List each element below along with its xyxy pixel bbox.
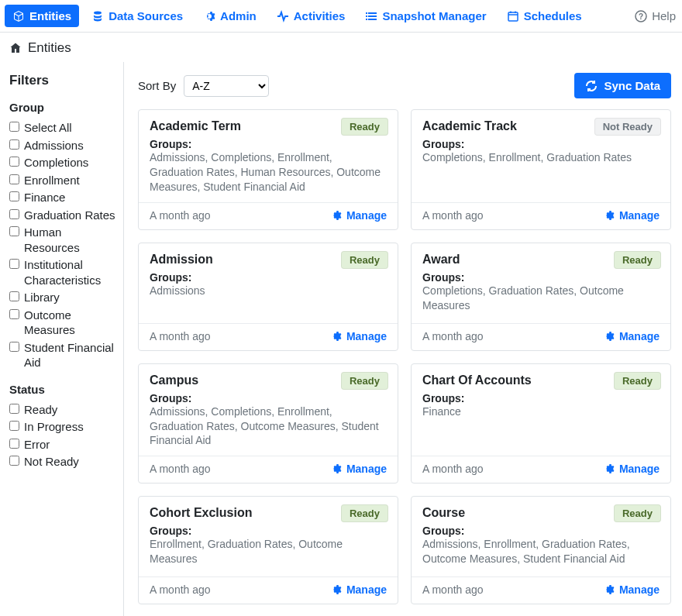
manage-button[interactable]: Manage — [602, 209, 660, 222]
entity-card: Chart Of AccountsReadyGroups:FinanceA mo… — [411, 363, 671, 484]
filter-status-label: In Progress — [24, 419, 115, 435]
filter-status-checkbox[interactable] — [9, 439, 19, 449]
entity-card: AwardReadyGroups:Completions, Graduation… — [411, 243, 671, 351]
filter-group-checkbox[interactable] — [9, 209, 19, 219]
filter-group-item[interactable]: Enrollment — [9, 173, 115, 188]
manage-button[interactable]: Manage — [329, 583, 387, 596]
groups-label: Groups: — [422, 525, 660, 537]
filter-group-checkbox[interactable] — [9, 309, 19, 319]
entity-timestamp: A month ago — [422, 463, 484, 475]
filter-group-item[interactable]: Institutional Characteristics — [9, 257, 115, 287]
sync-data-button[interactable]: Sync Data — [574, 73, 671, 98]
filter-group-checkbox[interactable] — [9, 259, 19, 269]
manage-button[interactable]: Manage — [602, 583, 660, 596]
filter-group-item[interactable]: Outcome Measures — [9, 308, 115, 338]
filter-group-checkbox[interactable] — [9, 122, 19, 132]
groups-label: Groups: — [150, 525, 387, 537]
refresh-icon — [585, 80, 598, 92]
filter-group-label: Finance — [24, 190, 115, 205]
sort-select[interactable]: A-Z — [184, 75, 269, 97]
filter-group-checkbox[interactable] — [9, 191, 19, 201]
status-badge: Ready — [341, 251, 388, 269]
nav-schedules[interactable]: Schedules — [499, 5, 590, 27]
home-icon — [9, 42, 22, 54]
help-link[interactable]: ? Help — [635, 9, 676, 22]
list-icon — [365, 10, 377, 22]
entity-timestamp: A month ago — [422, 330, 484, 342]
filter-status-item[interactable]: Ready — [9, 402, 115, 418]
manage-button[interactable]: Manage — [602, 330, 660, 342]
top-nav: EntitiesData SourcesAdminActivitiesSnaps… — [0, 0, 682, 33]
filter-group-checkbox[interactable] — [9, 342, 19, 352]
entity-timestamp: A month ago — [422, 583, 484, 596]
gear-icon — [203, 10, 215, 22]
nav-label: Schedules — [524, 9, 582, 22]
help-label: Help — [652, 9, 676, 22]
nav-activities[interactable]: Activities — [269, 5, 353, 27]
help-icon: ? — [635, 10, 647, 22]
nav-label: Activities — [294, 9, 346, 22]
entity-card: Cohort ExclusionReadyGroups:Enrollment, … — [138, 496, 398, 604]
manage-label: Manage — [346, 209, 387, 222]
gear-icon — [329, 583, 342, 596]
groups-text: Completions, Enrollment, Graduation Rate… — [422, 150, 660, 165]
filter-group-label: Human Resources — [24, 225, 115, 255]
status-badge: Ready — [341, 118, 388, 136]
status-badge: Ready — [341, 504, 388, 522]
filter-group-label: Library — [24, 290, 115, 305]
filter-group-item[interactable]: Admissions — [9, 138, 115, 153]
filter-group-checkbox[interactable] — [9, 174, 19, 184]
filter-group-item[interactable]: Student Financial Aid — [9, 340, 115, 370]
svg-rect-1 — [366, 12, 367, 14]
manage-label: Manage — [619, 209, 660, 222]
svg-point-0 — [94, 11, 102, 14]
groups-label: Groups: — [422, 138, 660, 150]
filter-status-checkbox[interactable] — [9, 421, 19, 431]
filter-group-checkbox[interactable] — [9, 139, 19, 150]
nav-entities[interactable]: Entities — [5, 5, 79, 27]
filter-group-item[interactable]: Library — [9, 290, 115, 305]
filter-status-item[interactable]: Error — [9, 437, 115, 453]
filter-status-checkbox[interactable] — [9, 404, 19, 414]
filter-group-item[interactable]: Select All — [9, 120, 115, 136]
filters-sidebar: Filters Group Select AllAdmissionsComple… — [0, 62, 124, 616]
manage-button[interactable]: Manage — [329, 209, 387, 222]
groups-label: Groups: — [150, 392, 387, 404]
filter-group-item[interactable]: Finance — [9, 190, 115, 205]
filter-group-checkbox[interactable] — [9, 157, 19, 167]
manage-button[interactable]: Manage — [329, 463, 387, 475]
filter-status-label: Error — [24, 437, 115, 453]
nav-snapshot-manager[interactable]: Snapshot Manager — [357, 5, 494, 27]
entity-timestamp: A month ago — [422, 209, 484, 222]
filter-group-item[interactable]: Graduation Rates — [9, 208, 115, 223]
entity-card: Academic TermReadyGroups:Admissions, Com… — [138, 109, 398, 230]
gear-icon — [602, 330, 615, 342]
filter-status-label: Not Ready — [24, 454, 115, 470]
nav-admin[interactable]: Admin — [195, 5, 264, 27]
groups-text: Admissions — [150, 284, 387, 298]
manage-button[interactable]: Manage — [329, 330, 387, 342]
filter-status-item[interactable]: In Progress — [9, 419, 115, 435]
filter-status-item[interactable]: Not Ready — [9, 454, 115, 470]
filter-group-label: Enrollment — [24, 173, 115, 188]
svg-rect-2 — [368, 12, 377, 14]
svg-rect-7 — [508, 12, 518, 21]
filter-group-checkbox[interactable] — [9, 291, 19, 301]
filter-group-checkbox[interactable] — [9, 226, 19, 236]
nav-label: Data Sources — [108, 9, 183, 22]
toolbar: Sort By A-Z Sync Data — [138, 73, 671, 98]
groups-label: Groups: — [150, 138, 387, 150]
status-badge: Not Ready — [594, 118, 661, 136]
manage-button[interactable]: Manage — [602, 463, 660, 475]
filter-group-item[interactable]: Completions — [9, 155, 115, 170]
manage-label: Manage — [619, 463, 660, 475]
filter-status-checkbox[interactable] — [9, 456, 19, 466]
filter-group-item[interactable]: Human Resources — [9, 225, 115, 255]
nav-label: Admin — [220, 9, 257, 22]
pulse-icon — [277, 10, 289, 22]
filter-group-label: Admissions — [24, 138, 115, 153]
svg-rect-6 — [368, 19, 377, 20]
svg-rect-5 — [366, 19, 367, 20]
entity-timestamp: A month ago — [150, 330, 211, 342]
nav-data-sources[interactable]: Data Sources — [84, 5, 191, 27]
